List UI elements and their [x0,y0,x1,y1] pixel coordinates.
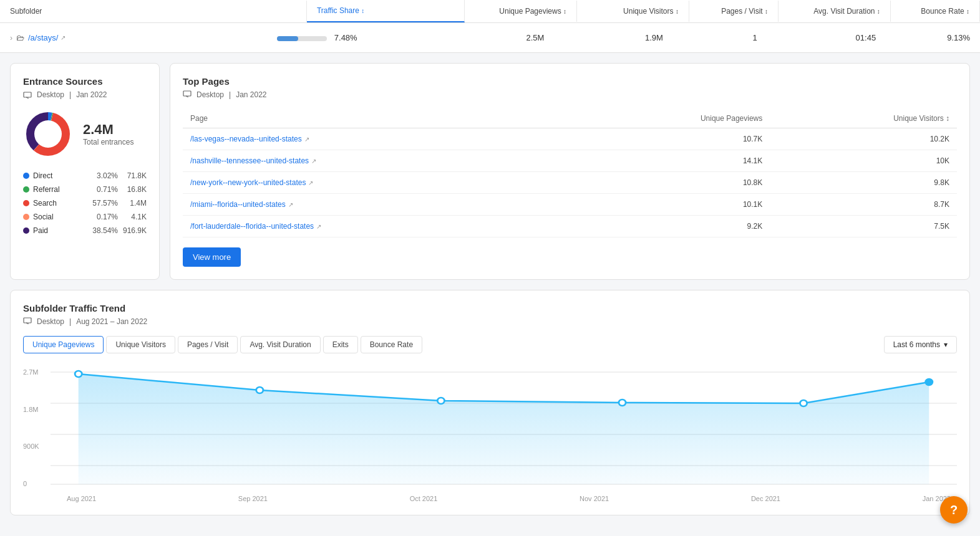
trend-subtitle: Desktop | Aug 2021 – Jan 2022 [23,317,957,326]
tab-unique-pageviews[interactable]: Unique Pageviews [23,336,104,353]
view-more-button[interactable]: View more [183,247,241,267]
subfolder-row: › 🗁 /a/stays/ ↗ 7.48% 2.5M 1.9M 1 01:45 … [0,23,980,53]
subfolder-traffic-share: 7.48% [267,29,435,46]
page-link[interactable]: /las-vegas--nevada--united-states ↗ [190,135,560,143]
upv-cell: 10.1K [567,194,770,216]
subfolder-pages-visit: 1 [673,29,767,46]
header-unique-pageviews[interactable]: Unique Pageviews ↕ [465,1,577,22]
page-link[interactable]: /nashville--tennessee--united-states ↗ [190,156,560,165]
page-cell: /new-york--new-york--united-states ↗ [183,172,567,194]
traffic-share-value: 7.48% [334,33,357,42]
svg-rect-8 [183,91,191,96]
legend-pct-social: 0.17% [90,213,118,221]
legend-label-referral: Referral [33,185,86,194]
tab-unique-visitors[interactable]: Unique Visitors [106,336,175,353]
legend-dot-social [23,214,29,220]
legend-val-referral: 16.8K [122,185,147,194]
legend-val-search: 1.4M [122,199,147,208]
entrance-sources-card: Entrance Sources Desktop | Jan 2022 [10,63,160,280]
progress-bar-container [277,36,327,41]
external-link-icon: ↗ [311,158,316,165]
point-dec [800,400,807,406]
sort-icon-ppv: ↕ [765,8,768,15]
x-axis: Aug 2021 Sep 2021 Oct 2021 Nov 2021 Dec … [51,492,957,502]
header-pages-visit[interactable]: Pages / Visit ↕ [689,1,779,22]
page-link[interactable]: /miami--florida--united-states ↗ [190,200,560,209]
top-pages-sep: | [229,90,231,99]
trend-chart-svg [51,366,957,491]
point-oct [437,398,444,404]
y-axis: 2.7M 1.8M 900K 0 [23,366,51,502]
help-button[interactable]: ? [940,496,968,524]
header-unique-visitors[interactable]: Unique Visitors ↕ [577,1,689,22]
trend-device: Desktop [37,317,64,326]
uv-cell: 8.7K [770,194,957,216]
x-label-oct: Oct 2021 [410,495,438,502]
legend-val-direct: 71.8K [122,171,147,180]
table-row: /nashville--tennessee--united-states ↗ 1… [183,150,957,172]
legend-label-search: Search [33,199,86,208]
external-link-icon: ↗ [61,34,65,41]
legend-dot-search [23,200,29,206]
top-pages-device: Desktop [196,90,224,99]
sort-icon-avd: ↕ [877,8,880,15]
external-link-icon: ↗ [308,179,313,186]
entrance-date-label: Jan 2022 [76,90,107,99]
tab-pages-visit[interactable]: Pages / Visit [178,336,238,353]
y-label-0: 0 [23,480,46,487]
total-value: 2.4M [83,122,133,138]
tab-bounce-rate[interactable]: Bounce Rate [361,336,422,353]
trend-title: Subfolder Traffic Trend [23,303,957,313]
header-bounce-rate[interactable]: Bounce Rate ↕ [891,1,980,22]
legend-val-social: 4.1K [122,213,147,221]
chart-wrapper: 2.7M 1.8M 900K 0 [23,366,957,502]
svg-point-7 [34,120,62,148]
legend-item-social: Social 0.17% 4.1K [23,213,147,221]
last-months-button[interactable]: Last 6 months ▾ [884,336,957,353]
sort-icon-br: ↕ [966,8,969,15]
tabs-row: Unique Pageviews Unique Visitors Pages /… [23,336,957,353]
page-cell: /nashville--tennessee--united-states ↗ [183,150,567,172]
page-path: /new-york--new-york--united-states [190,178,306,187]
legend-label-paid: Paid [33,226,86,235]
page-path: /nashville--tennessee--united-states [190,156,309,165]
top-pages-title: Top Pages [183,76,957,87]
sort-icon-traffic: ↕ [361,7,364,14]
table-row: /new-york--new-york--united-states ↗ 10.… [183,172,957,194]
legend-pct-search: 57.57% [90,199,118,208]
entrance-sources-title: Entrance Sources [23,76,147,87]
point-aug [75,371,82,377]
col-header-page: Page [183,109,567,128]
external-link-icon: ↗ [316,223,321,230]
page-cell: /fort-lauderdale--florida--united-states… [183,216,567,237]
folder-icon: 🗁 [16,33,24,42]
upv-cell: 10.8K [567,172,770,194]
subfolder-link[interactable]: /a/stays/ ↗ [28,33,65,42]
legend-dot-direct [23,173,29,179]
trend-sep: | [69,317,71,326]
chevron-down-icon: ▾ [944,340,948,349]
upv-cell: 10.7K [567,128,770,150]
page-link[interactable]: /new-york--new-york--united-states ↗ [190,178,560,187]
sort-icon-uv: ↕ [676,8,679,15]
header-avg-visit-duration[interactable]: Avg. Visit Duration ↕ [779,1,891,22]
tab-avg-visit-duration[interactable]: Avg. Visit Duration [240,336,320,353]
point-sep [256,387,263,393]
separator: | [69,90,71,99]
legend-dot-paid [23,227,29,234]
desktop-icon [23,92,32,98]
uv-cell: 10.2K [770,128,957,150]
x-label-sep: Sep 2021 [238,495,268,502]
header-subfolder: Subfolder [0,1,307,22]
legend-label-social: Social [33,213,86,221]
top-pages-card: Top Pages Desktop | Jan 2022 Page Unique… [170,63,970,280]
tab-exits[interactable]: Exits [323,336,358,353]
subfolder-path-cell: › 🗁 /a/stays/ ↗ [0,29,267,46]
uv-cell: 9.8K [770,172,957,194]
y-label-900k: 900K [23,443,46,450]
external-link-icon: ↗ [288,201,293,208]
y-label-1800k: 1.8M [23,406,46,413]
header-traffic-share[interactable]: Traffic Share ↕ [307,0,465,22]
chevron-left-icon: › [10,34,12,42]
page-link[interactable]: /fort-lauderdale--florida--united-states… [190,222,560,231]
